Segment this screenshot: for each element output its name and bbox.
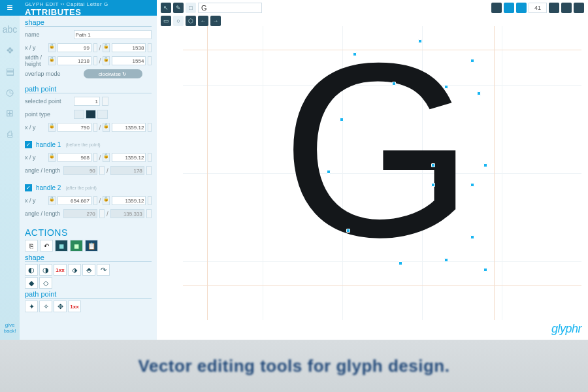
stepper-icon[interactable] [148,56,152,65]
mirror-h-button[interactable]: ⬗ [68,264,81,276]
h1-y-input[interactable] [112,153,146,162]
reset-handles-button[interactable]: ✥ [54,301,67,312]
add-component-button[interactable]: ◼ [70,240,83,252]
h1-x-input[interactable] [57,153,91,162]
path-point[interactable] [477,91,481,95]
rail-save-icon[interactable]: ⎙ [3,127,17,141]
stepper-icon[interactable] [99,166,105,175]
path-point[interactable] [353,52,357,56]
selpoint-input[interactable] [74,97,100,106]
handle1-checkbox[interactable]: ✓ [25,141,32,148]
lock-icon[interactable]: 🔒 [48,196,56,205]
tool-pen-button[interactable]: ✎ [173,3,184,13]
handle2-checkbox[interactable]: ✓ [25,184,32,191]
menu-icon[interactable]: ≡ [0,0,20,16]
stepper-icon[interactable] [148,153,152,162]
tool-oval-button[interactable]: ○ [173,16,184,26]
h2-x-input[interactable] [57,196,91,205]
tool-shape-button[interactable]: □ [186,3,196,13]
path-point[interactable] [470,59,474,63]
stepper-icon[interactable] [93,153,97,162]
path-point[interactable] [431,163,435,167]
pointtype-flat-button[interactable] [86,110,96,119]
shape-name-input[interactable] [74,30,152,39]
zoom-100-button[interactable] [574,3,584,13]
paste-button[interactable]: 📋 [85,240,98,252]
copy-button[interactable]: ⎘ [25,240,38,252]
shape-w-input[interactable] [57,56,91,65]
path-point[interactable] [470,235,474,239]
pointtype-corner-button[interactable] [74,110,84,119]
lock-icon[interactable]: 🔒 [103,56,110,65]
path-point[interactable] [444,258,448,262]
stepper-icon[interactable] [102,97,108,106]
lock-icon[interactable]: 🔒 [103,43,110,52]
path-point[interactable] [483,268,487,272]
path-point[interactable] [340,118,344,122]
h2-y-input[interactable] [112,196,146,205]
view-guides-button[interactable] [516,3,527,13]
h1-angle-input[interactable] [63,166,97,175]
shape-y-input[interactable] [112,43,146,52]
pointtype-sym-button[interactable] [97,110,108,119]
pp-y-input[interactable] [112,123,146,132]
stepper-icon[interactable] [148,123,152,132]
stepper-icon[interactable] [99,209,105,218]
delete-point-button[interactable]: ✧ [39,301,52,312]
undo-button[interactable]: ↶ [40,240,53,252]
h1-len-input[interactable] [110,166,144,175]
rail-glyph-icon[interactable]: abc [3,22,17,37]
flip-h-button[interactable]: ◐ [25,264,38,276]
tool-prev-button[interactable]: ← [198,16,208,26]
layer-down-button[interactable]: ◇ [39,277,52,289]
lock-icon[interactable]: 🔒 [48,123,56,132]
path-point[interactable] [418,39,422,43]
path-point[interactable] [327,170,331,174]
lock-icon[interactable]: 🔒 [103,196,110,205]
zoom-in-button[interactable] [561,3,572,13]
path-point[interactable] [346,229,350,233]
stepper-icon[interactable] [93,196,97,205]
path-point[interactable] [399,261,402,265]
path-point[interactable] [483,163,487,167]
path-point[interactable] [392,82,396,86]
stepper-icon[interactable] [93,123,97,132]
rail-check-icon[interactable]: ▤ [3,64,17,78]
rotate-button[interactable]: ↷ [97,264,110,276]
path-point[interactable] [444,85,448,89]
tool-path-button[interactable]: ⬡ [186,16,196,26]
overlap-toggle[interactable]: clockwise ↻ [84,69,142,78]
view-fit-button[interactable] [491,3,502,13]
stepper-icon[interactable] [148,43,152,52]
rail-layers-icon[interactable]: ❖ [3,43,17,57]
pp-x-input[interactable] [57,123,91,132]
h2-angle-input[interactable] [63,209,97,218]
shape-x-input[interactable] [57,43,91,52]
lock-icon[interactable]: 🔒 [103,153,110,162]
flip-v-button[interactable]: ◑ [39,264,52,276]
shape-h-input[interactable] [112,56,146,65]
layer-up-button[interactable]: ◆ [25,277,38,289]
lock-icon[interactable]: 🔒 [48,153,56,162]
rail-history-icon[interactable]: ◷ [3,85,17,99]
view-grid-button[interactable] [504,3,514,13]
glyph-input[interactable] [198,3,262,13]
tool-rect-button[interactable]: ▭ [161,16,171,26]
lock-icon[interactable]: 🔒 [48,56,56,65]
canvas[interactable]: ↖ ✎ □ ▭ ○ ⬡ ← → 41 G glyphr [157,0,588,340]
stepper-icon[interactable] [146,209,152,218]
lock-icon[interactable]: 🔒 [48,43,56,52]
give-back-link[interactable]: give back! [0,323,20,335]
path-point[interactable] [470,183,474,187]
lock-icon[interactable]: 🔒 [103,123,110,132]
stepper-icon[interactable] [93,43,97,52]
rail-guides-icon[interactable]: ⊞ [3,106,17,120]
insert-point-button[interactable]: ✦ [25,301,38,312]
tool-next-button[interactable]: → [210,16,221,26]
tool-arrow-button[interactable]: ↖ [161,3,171,13]
zoom-out-button[interactable] [549,3,559,13]
path-point[interactable] [431,183,435,187]
glyph-display[interactable]: G [281,26,474,274]
h2-len-input[interactable] [110,209,144,218]
delete-shape-button[interactable]: 1xx [54,264,67,276]
